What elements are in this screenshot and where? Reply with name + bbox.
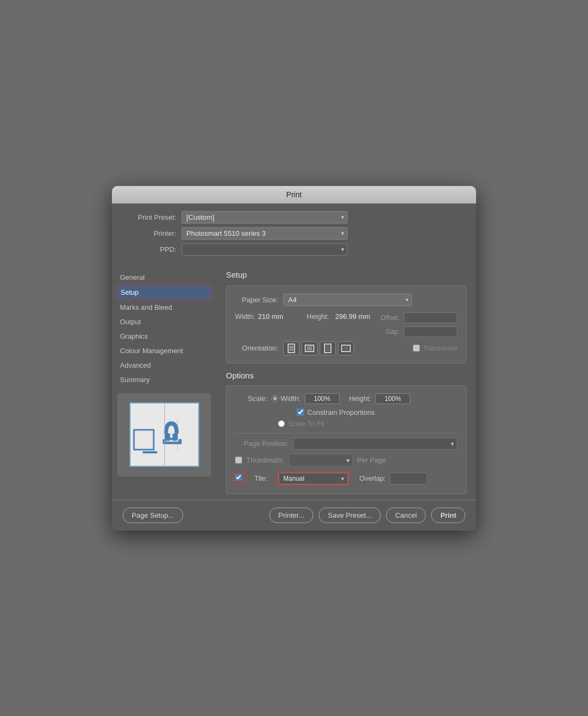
- scale-to-fit-label: Scale To Fit: [288, 420, 325, 428]
- height-value: 296.99 mm: [335, 312, 370, 320]
- sidebar-item-output[interactable]: Output: [112, 315, 216, 329]
- constrain-label: Constrain Proportions: [307, 408, 375, 416]
- portrait-button[interactable]: [283, 341, 299, 355]
- gap-input[interactable]: [404, 326, 457, 337]
- dims-and-orient: Width: 210 mm Height: 296.99 mm Offset:: [235, 312, 457, 337]
- cancel-button[interactable]: Cancel: [386, 508, 426, 523]
- page-position-row: Page Position:: [235, 438, 457, 450]
- options-title: Options: [226, 371, 466, 380]
- title-bar: Print: [112, 186, 476, 204]
- print-preset-label: Print Preset:: [128, 213, 176, 221]
- ppd-select[interactable]: [182, 243, 348, 256]
- preview-icon: □̲: [131, 421, 157, 453]
- height-scale-label: Height:: [349, 394, 371, 402]
- page-setup-button[interactable]: Page Setup...: [123, 508, 183, 523]
- sidebar-item-marks-and-bleed[interactable]: Marks and Bleed: [112, 300, 216, 315]
- paper-settings-box: Paper Size: A4 Width: 210 mm: [226, 286, 466, 363]
- divider: [235, 433, 457, 434]
- tile-select[interactable]: Manual Auto Auto Justified: [278, 473, 348, 484]
- thumbnails-label: Thumbnails:: [246, 456, 284, 464]
- svg-rect-5: [162, 439, 165, 442]
- options-box: Scale: Width: Height: Constrain Proporti…: [226, 385, 466, 494]
- printer-select-wrapper: Photosmart 5510 series 3: [182, 227, 348, 240]
- svg-rect-14: [343, 346, 349, 350]
- sidebar-item-setup[interactable]: Setup: [116, 285, 212, 300]
- thumbnails-checkbox[interactable]: [235, 457, 242, 464]
- sidebar-item-summary[interactable]: Summary: [112, 372, 216, 387]
- paper-size-row: Paper Size: A4: [235, 294, 457, 306]
- dims-left: Width: 210 mm: [235, 312, 301, 326]
- transverse-label: Transverse: [423, 344, 457, 352]
- options-section: Options Scale: Width: Height:: [226, 371, 466, 494]
- svg-rect-10: [307, 346, 312, 350]
- preview-svg: [157, 411, 198, 459]
- ppd-row: PPD:: [128, 243, 460, 256]
- sidebar-item-general[interactable]: General: [112, 270, 216, 285]
- svg-rect-3: [172, 434, 177, 441]
- scale-label: Scale:: [235, 394, 267, 402]
- offset-label: Offset:: [370, 314, 399, 322]
- svg-rect-2: [165, 434, 170, 441]
- tile-row: Tile: Manual Auto Auto Justified Overlap…: [235, 471, 457, 486]
- page-position-select[interactable]: [293, 438, 457, 450]
- printer-row: Printer: Photosmart 5510 series 3: [128, 227, 460, 240]
- per-page-label: Per Page: [357, 456, 386, 464]
- printer-select[interactable]: Photosmart 5510 series 3: [182, 227, 348, 240]
- scale-width-radio[interactable]: [272, 395, 278, 402]
- ppd-select-wrapper: [182, 243, 348, 256]
- transverse-checkbox[interactable]: [413, 345, 420, 352]
- constrain-proportions-checkbox[interactable]: [297, 408, 304, 416]
- scale-width-radio-label: Width:: [272, 394, 300, 402]
- ppd-label: PPD:: [128, 245, 176, 253]
- offset-input[interactable]: [404, 312, 457, 323]
- sidebar-item-advanced[interactable]: Advanced: [112, 358, 216, 372]
- offset-row: Offset:: [370, 312, 457, 323]
- sidebar-item-graphics[interactable]: Graphics: [112, 329, 216, 344]
- bottom-right-buttons: Printer... Save Preset... Cancel Print: [269, 508, 465, 523]
- tile-select-wrapper: Manual Auto Auto Justified: [277, 471, 350, 486]
- paper-size-label: Paper Size:: [235, 296, 278, 304]
- tile-checkbox-wrapper: [235, 473, 246, 484]
- orientation-buttons: [283, 341, 354, 355]
- gap-row: Gap:: [370, 326, 457, 337]
- portrait-flip-button[interactable]: [320, 341, 336, 355]
- preview-inner: □̲: [130, 402, 199, 467]
- constrain-row: Constrain Proportions: [297, 408, 457, 416]
- preview-panel: □̲: [117, 393, 211, 476]
- svg-rect-12: [326, 346, 330, 351]
- orientation-label: Orientation:: [235, 344, 278, 352]
- width-label: Width:: [235, 312, 255, 320]
- width-row: Width: 210 mm: [235, 312, 301, 320]
- sidebar-item-colour-management[interactable]: Colour Management: [112, 344, 216, 358]
- scale-to-fit-radio[interactable]: [278, 420, 285, 427]
- scale-width-input[interactable]: [305, 393, 340, 404]
- scale-to-fit-row: Scale To Fit: [278, 420, 457, 428]
- sidebar: General Setup Marks and Bleed Output Gra…: [112, 265, 216, 499]
- printer-label: Printer:: [128, 229, 176, 237]
- svg-rect-8: [289, 346, 293, 351]
- orientation-row: Orientation:: [235, 341, 457, 355]
- paper-size-select[interactable]: A4: [283, 294, 412, 306]
- page-position-select-wrapper: [293, 438, 457, 450]
- print-preset-select-wrapper: [Custom]: [182, 211, 348, 223]
- svg-rect-6: [178, 439, 182, 442]
- save-preset-button[interactable]: Save Preset...: [319, 508, 381, 523]
- paper-size-select-wrapper: A4: [283, 294, 412, 306]
- scale-height-input[interactable]: [375, 393, 410, 404]
- overlap-input[interactable]: [390, 473, 427, 484]
- height-label: Height:: [307, 312, 329, 320]
- thumbnails-select[interactable]: [289, 454, 353, 467]
- content-panel: Setup Paper Size: A4 Width:: [216, 265, 476, 499]
- print-preset-select[interactable]: [Custom]: [182, 211, 348, 223]
- landscape-button[interactable]: [301, 341, 318, 355]
- svg-rect-4: [162, 442, 181, 444]
- page-position-label: Page Position:: [235, 439, 289, 447]
- top-section: Print Preset: [Custom] Printer: Photosma…: [112, 204, 476, 265]
- tile-label: Tile:: [254, 474, 267, 482]
- print-preset-row: Print Preset: [Custom]: [128, 211, 460, 223]
- print-dialog: Print Print Preset: [Custom] Printer: Ph…: [112, 186, 476, 531]
- dims-right: Offset: Gap:: [370, 312, 457, 337]
- landscape-flip-button[interactable]: [338, 341, 354, 355]
- print-button[interactable]: Print: [431, 508, 465, 523]
- printer-button[interactable]: Printer...: [269, 508, 313, 523]
